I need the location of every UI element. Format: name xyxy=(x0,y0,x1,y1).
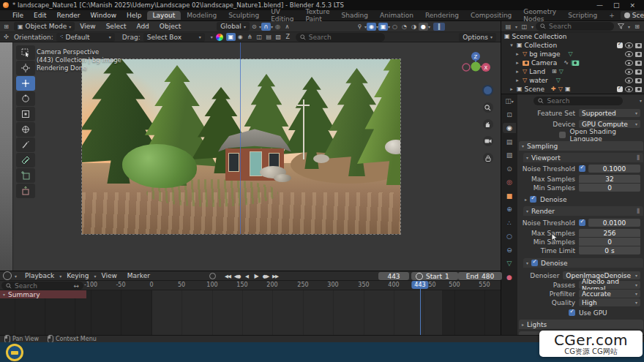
denoise-checkbox[interactable] xyxy=(531,260,538,266)
lights-panel-header[interactable]: ▸ Lights xyxy=(519,320,643,329)
render-visibility-icon[interactable] xyxy=(635,78,642,83)
annotate-tool[interactable] xyxy=(16,137,35,152)
render-visibility-icon[interactable] xyxy=(635,61,642,66)
gizmo-z-icon[interactable]: Z xyxy=(283,33,293,41)
eye-icon[interactable] xyxy=(625,86,633,92)
frame-start-field[interactable]: Start 1 xyxy=(411,272,458,280)
properties-tab-output[interactable]: ▤ xyxy=(503,137,516,147)
overlays-toggle-icon[interactable]: ◉ xyxy=(367,23,376,31)
properties-search-input[interactable]: Search xyxy=(533,97,623,105)
workspace-tab-compositing[interactable]: Compositing xyxy=(465,11,517,20)
cursor-tool[interactable] xyxy=(16,61,35,75)
eye-icon[interactable] xyxy=(625,60,633,66)
outliner-filter-icon[interactable]: ▤ xyxy=(503,23,513,31)
use-gpu-checkbox[interactable] xyxy=(569,309,575,316)
pan-hand-icon[interactable] xyxy=(483,119,493,129)
workspace-tab-scripting[interactable]: Scripting xyxy=(562,11,603,20)
shading-rendered-icon[interactable]: ● xyxy=(419,23,428,31)
armature-visibility-icon[interactable]: ⋔ xyxy=(245,33,255,41)
render-visibility-icon[interactable] xyxy=(635,52,642,57)
frame-end-field[interactable]: End 480 xyxy=(458,272,502,280)
lock-icon[interactable] xyxy=(483,153,493,163)
properties-tab-modifiers[interactable]: ⊕ xyxy=(503,204,516,214)
outliner-row-scene-collection[interactable]: ▣ Scene Collection xyxy=(501,32,644,41)
pause-render-button[interactable]: ‖ xyxy=(433,23,445,31)
outliner-row-bg-image[interactable]: ▸ ▽ bg image ▽ xyxy=(501,50,644,59)
properties-tab-scene[interactable]: ⊙ xyxy=(503,164,516,174)
select-visibility-icon[interactable]: ▣ xyxy=(226,33,236,41)
noise-threshold-field[interactable]: 0.1000 xyxy=(588,165,640,173)
outliner-row-camera[interactable]: ▸ Camera ∿ xyxy=(501,59,644,67)
properties-editor-type-icon[interactable]: ◫▾ xyxy=(503,96,516,106)
menu-window[interactable]: Window xyxy=(86,12,122,19)
workspace-tab-layout[interactable]: Layout xyxy=(147,11,181,20)
expander-icon[interactable]: ▸ xyxy=(514,78,520,83)
min-samples-field[interactable]: 0 xyxy=(579,238,640,246)
close-button[interactable]: × xyxy=(629,1,635,9)
noise-threshold-checkbox[interactable] xyxy=(579,219,585,226)
outliner-search-input[interactable]: Search xyxy=(536,22,614,31)
menu-edit[interactable]: Edit xyxy=(29,12,51,19)
menu-render[interactable]: Render xyxy=(52,12,86,19)
mode-dropdown[interactable]: ▣ Object Mode ▾ xyxy=(14,22,75,31)
menu-marker[interactable]: Marker xyxy=(122,272,155,279)
menu-view-timeline[interactable]: View xyxy=(96,272,121,279)
options-dropdown[interactable]: Options ▾ xyxy=(459,33,496,42)
xray-toggle-icon[interactable]: ▣ xyxy=(378,23,388,31)
measure-tool[interactable] xyxy=(16,153,35,167)
add-cube-tool[interactable] xyxy=(16,168,35,183)
max-samples-field[interactable]: 256 xyxy=(579,229,640,237)
add-workspace-button[interactable]: + xyxy=(603,11,621,20)
playhead-frame-badge[interactable]: 443 xyxy=(411,281,428,289)
expander-icon[interactable]: ▾ xyxy=(509,42,514,48)
outliner-row-water[interactable]: ▸ ▽ water ▽ xyxy=(501,76,644,85)
expand-icon[interactable]: ↔ xyxy=(73,282,79,290)
eye-icon[interactable] xyxy=(625,69,633,75)
snap-magnet-icon[interactable]: ∩ xyxy=(261,23,271,31)
passes-dropdown[interactable]: Albedo and Normal▾ xyxy=(579,281,640,289)
quality-dropdown[interactable]: High▾ xyxy=(579,298,640,306)
properties-tab-material[interactable]: ● xyxy=(503,272,516,282)
outliner-row-collection[interactable]: ▾ ▣ Collection xyxy=(501,41,644,50)
workspace-tab-rendering[interactable]: Rendering xyxy=(419,11,465,20)
properties-tab-tool[interactable]: ⊡ xyxy=(503,110,516,120)
proportional-editing-icon[interactable]: ◎ xyxy=(273,23,282,31)
collection-checkbox[interactable] xyxy=(617,42,623,48)
playhead[interactable] xyxy=(420,281,421,336)
image-visibility-icon[interactable]: ▧ xyxy=(274,33,283,41)
move-tool[interactable] xyxy=(16,76,35,91)
properties-tab-data[interactable]: ▽ xyxy=(503,258,516,268)
scale-tool[interactable] xyxy=(16,107,35,121)
shading-solid-icon[interactable]: ◔ xyxy=(400,23,409,31)
menu-object[interactable]: Object xyxy=(154,23,186,30)
expander-icon[interactable]: ▸ xyxy=(514,60,520,66)
properties-tab-particles[interactable]: ∴ xyxy=(503,218,516,228)
noise-threshold-checkbox[interactable] xyxy=(579,165,585,172)
collection-checkbox[interactable] xyxy=(617,86,623,92)
outliner-display-mode-icon[interactable]: ◫ xyxy=(520,23,529,31)
previous-keyframe-button[interactable]: ◀● xyxy=(233,272,242,280)
expander-icon[interactable]: ▸ xyxy=(514,69,520,75)
drag-dropdown[interactable]: Select Box ▾ xyxy=(143,33,205,42)
viewport-panel-header[interactable]: ▾ Viewport ⫼ xyxy=(523,153,643,162)
workspace-tab-modeling[interactable]: Modeling xyxy=(181,11,222,20)
jump-to-end-button[interactable]: ▶▶ xyxy=(271,272,280,280)
menu-file[interactable]: File xyxy=(7,12,29,19)
camera-visibility-icon[interactable]: ◫ xyxy=(255,33,264,41)
select-box-tool[interactable] xyxy=(16,45,35,60)
menu-help[interactable]: Help xyxy=(121,12,147,19)
jump-to-start-button[interactable]: ◀◀ xyxy=(223,272,232,280)
camera-view[interactable] xyxy=(82,59,400,234)
menu-select[interactable]: Select xyxy=(101,23,132,30)
shading-material-icon[interactable]: ◑ xyxy=(409,23,419,31)
min-samples-field[interactable]: 0 xyxy=(579,184,640,192)
minimize-button[interactable]: — xyxy=(596,1,603,9)
eye-icon[interactable] xyxy=(625,78,633,83)
summary-channel[interactable]: ▾ Summary xyxy=(0,290,86,298)
sampling-panel-header[interactable]: ▾ Sampling xyxy=(519,141,643,151)
max-samples-field[interactable]: 32 xyxy=(579,175,640,183)
render-visibility-icon[interactable] xyxy=(635,87,642,92)
next-keyframe-button[interactable]: ●▶ xyxy=(261,272,270,280)
prefilter-dropdown[interactable]: Accurate▾ xyxy=(579,290,640,298)
globe-visibility-icon[interactable]: ◉ xyxy=(236,33,245,41)
